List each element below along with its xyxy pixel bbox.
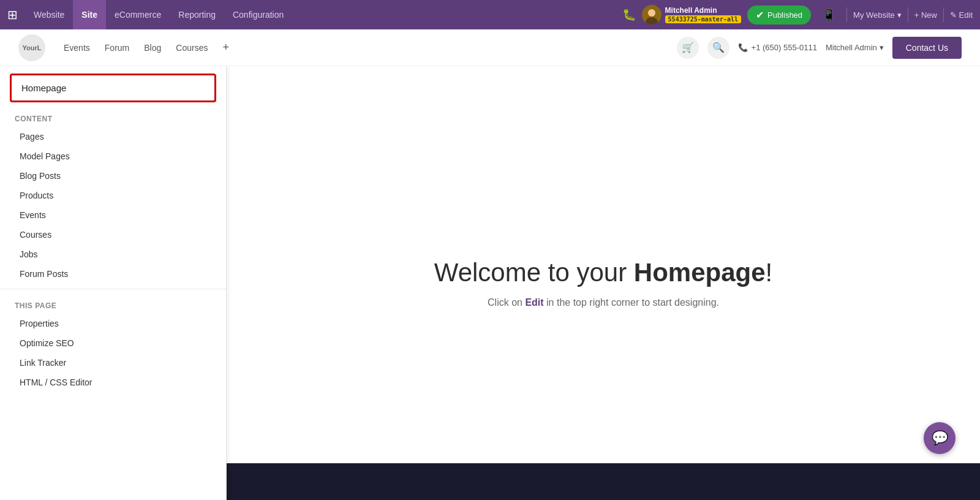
nav-item-website[interactable]: Website: [25, 0, 73, 29]
welcome-heading: Welcome to your Homepage!: [434, 258, 772, 287]
chat-bubble[interactable]: 💬: [924, 422, 956, 454]
logo-circle: YourL: [18, 34, 45, 61]
dropdown-panel: Homepage Content Pages Model Pages Blog …: [0, 66, 227, 500]
heading-pre: Welcome to your: [434, 258, 634, 287]
panel-item-html-css-editor[interactable]: HTML / CSS Editor: [0, 373, 226, 392]
phone-icon: 📞: [738, 43, 748, 52]
nav-item-configuration[interactable]: Configuration: [224, 0, 292, 29]
edit-button[interactable]: ✎ Edit: [950, 10, 973, 20]
admin-bar: ⊞ Website Site eCommerce Reporting Confi…: [0, 0, 980, 29]
site-nav: YourL Events Forum Blog Courses + 🛒 🔍 📞 …: [0, 29, 980, 66]
phone-info: 📞 +1 (650) 555-0111: [738, 43, 817, 52]
chat-icon: 💬: [932, 430, 948, 446]
my-website-button[interactable]: My Website ▾: [853, 10, 902, 20]
nav-link-events[interactable]: Events: [64, 43, 90, 53]
admin-nav: Website Site eCommerce Reporting Configu…: [25, 0, 617, 29]
user-chevron-icon: ▾: [880, 43, 884, 52]
check-icon: ✔: [756, 9, 764, 21]
panel-item-events[interactable]: Events: [0, 205, 226, 225]
user-info: Mitchell Admin 55433725-master-all: [665, 6, 741, 23]
nav-link-courses[interactable]: Courses: [176, 43, 208, 53]
svg-point-1: [648, 9, 655, 17]
branch-label: 55433725-master-all: [665, 15, 741, 23]
main-content: Homepage Content Pages Model Pages Blog …: [0, 66, 980, 500]
panel-item-optimize-seo[interactable]: Optimize SEO: [0, 333, 226, 353]
panel-item-link-tracker[interactable]: Link Tracker: [0, 353, 226, 373]
edit-link-text: Edit: [525, 297, 543, 308]
bug-icon[interactable]: 🐛: [622, 8, 636, 21]
published-label: Published: [767, 10, 802, 20]
panel-item-model-pages[interactable]: Model Pages: [0, 146, 226, 166]
avatar: [642, 5, 662, 25]
site-nav-links: Events Forum Blog Courses +: [64, 41, 677, 54]
divider-1: [846, 7, 847, 22]
welcome-subtext: Click on Edit in the top right corner to…: [488, 297, 719, 308]
divider-2: [908, 7, 908, 22]
logo-text: YourL: [23, 44, 42, 51]
phone-number: +1 (650) 555-0111: [752, 43, 817, 52]
admin-bar-right: 🐛 Mitchell Admin 55433725-master-all ✔ P…: [622, 5, 973, 25]
my-website-label: My Website: [853, 10, 895, 20]
search-icon-button[interactable]: 🔍: [707, 37, 729, 59]
nav-link-blog[interactable]: Blog: [144, 43, 161, 53]
panel-item-forum-posts[interactable]: Forum Posts: [0, 264, 226, 284]
panel-item-products[interactable]: Products: [0, 186, 226, 205]
nav-item-site[interactable]: Site: [73, 0, 106, 29]
panel-item-blog-posts[interactable]: Blog Posts: [0, 166, 226, 186]
apps-icon[interactable]: ⊞: [7, 7, 18, 22]
published-button[interactable]: ✔ Published: [747, 6, 811, 25]
cart-icon-button[interactable]: 🛒: [677, 37, 699, 59]
new-label: + New: [914, 10, 937, 20]
divider-3: [943, 7, 944, 22]
sub-pre: Click on: [488, 297, 525, 308]
homepage-box[interactable]: Homepage: [10, 74, 216, 102]
nav-item-reporting[interactable]: Reporting: [170, 0, 224, 29]
site-nav-actions: 🛒 🔍 📞 +1 (650) 555-0111 Mitchell Admin ▾…: [677, 37, 962, 59]
add-nav-item-icon[interactable]: +: [222, 41, 229, 54]
new-button[interactable]: + New: [914, 10, 937, 20]
sub-post: in the top right corner to start designi…: [544, 297, 719, 308]
panel-item-jobs[interactable]: Jobs: [0, 244, 226, 264]
heading-exclaim: !: [766, 258, 773, 287]
mobile-icon[interactable]: 📱: [817, 6, 840, 24]
edit-label: ✎ Edit: [950, 10, 973, 20]
site-logo[interactable]: YourL: [18, 34, 45, 61]
chevron-down-icon: ▾: [897, 10, 902, 20]
nav-item-ecommerce[interactable]: eCommerce: [106, 0, 170, 29]
panel-item-properties[interactable]: Properties: [0, 314, 226, 333]
nav-link-forum[interactable]: Forum: [105, 43, 129, 53]
page-content: Welcome to your Homepage! Click on Edit …: [227, 66, 980, 500]
user-block: Mitchell Admin 55433725-master-all: [642, 5, 741, 25]
content-section-label: Content: [0, 107, 226, 127]
heading-bold: Homepage: [634, 258, 766, 287]
user-menu[interactable]: Mitchell Admin ▾: [826, 43, 884, 52]
contact-us-button[interactable]: Contact Us: [892, 37, 962, 59]
this-page-section-label: This page: [0, 294, 226, 314]
panel-item-pages[interactable]: Pages: [0, 127, 226, 146]
panel-item-courses[interactable]: Courses: [0, 225, 226, 244]
user-menu-label: Mitchell Admin: [826, 43, 877, 52]
user-name: Mitchell Admin: [665, 6, 741, 15]
panel-divider: [0, 289, 226, 289]
